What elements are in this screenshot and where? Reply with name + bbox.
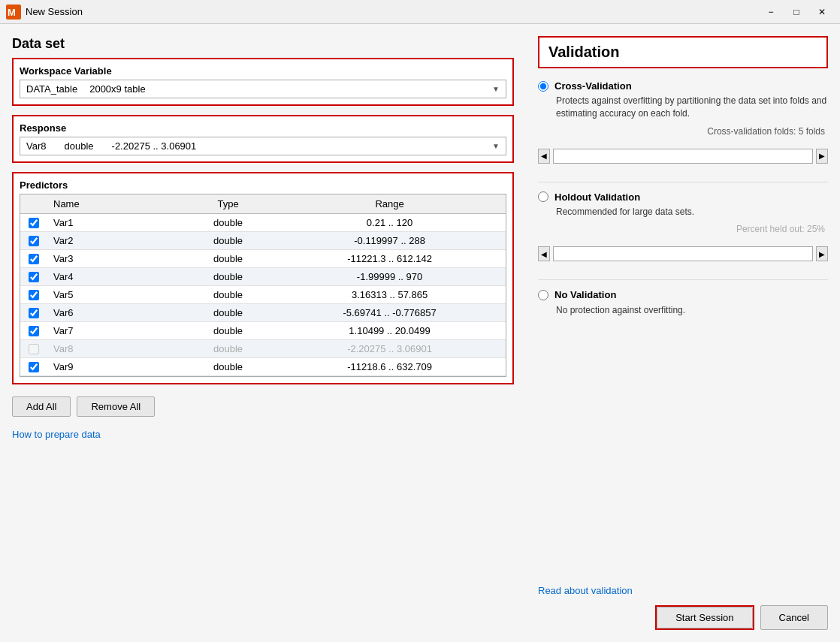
no-validation-desc: No protection against overfitting. [556,305,828,315]
predictor-checkbox[interactable] [29,344,39,354]
predictor-type: double [183,340,273,358]
holdout-slider-track[interactable] [553,246,813,261]
predictor-range: 0.21 .. 120 [273,214,506,232]
predictor-name: Var5 [47,286,183,304]
predictor-name: Var7 [47,322,183,340]
workspace-var-name: DATA_table [26,83,77,95]
response-var-name: Var8 [26,140,47,152]
predictor-range: -2.20275 .. 3.06901 [273,340,506,358]
predictor-name: Var3 [47,250,183,268]
prepare-data-link[interactable]: How to prepare data [12,429,514,440]
slider-right-arrow[interactable]: ▶ [816,149,828,164]
predictors-table-container: Name Type Range Var1double0.21 .. 120Var… [20,194,506,377]
validation-box: Validation [538,36,828,68]
close-button[interactable]: ✕ [810,3,834,21]
predictor-checkbox[interactable] [29,254,39,264]
start-session-wrapper: Start Session [655,605,754,630]
cross-validation-header: Cross-Validation [538,80,828,92]
predictor-checkbox-cell [20,268,47,286]
holdout-slider-left-arrow[interactable]: ◀ [538,246,550,261]
predictor-checkbox[interactable] [29,362,39,372]
window-title: New Session [26,6,759,17]
predictor-checkbox[interactable] [29,326,39,336]
holdout-validation-radio[interactable] [538,191,548,202]
table-row: Var4double-1.99999 .. 970 [20,268,506,286]
minimize-button[interactable]: − [759,3,783,21]
workspace-dropdown-arrow: ▼ [492,85,500,93]
predictor-checkbox-cell [20,340,47,358]
bottom-right: Read about validation Start Session Canc… [538,582,828,630]
predictor-range: -1.99999 .. 970 [273,268,506,286]
predictor-type: double [183,214,273,232]
action-buttons: Start Session Cancel [538,605,828,630]
predictor-name: Var2 [47,232,183,250]
no-validation-radio[interactable] [538,290,548,300]
dataset-section: Data set Workspace Variable DATA_table 2… [12,36,514,106]
validation-title: Validation [548,44,817,61]
cancel-button[interactable]: Cancel [760,605,828,630]
holdout-slider-right-arrow[interactable]: ▶ [816,246,828,261]
predictor-name: Var8 [47,340,183,358]
holdout-validation-header: Holdout Validation [538,191,828,203]
predictor-name: Var6 [47,304,183,322]
predictor-checkbox[interactable] [29,272,39,282]
predictor-range: 3.16313 .. 57.865 [273,286,506,304]
cross-validation-radio[interactable] [538,81,548,92]
predictors-box: Predictors Name Type Range Var1double0.2… [12,172,514,384]
response-var-range: -2.20275 .. 3.06901 [112,140,197,152]
predictor-checkbox-cell [20,214,47,232]
table-row: Var8double-2.20275 .. 3.06901 [20,340,506,358]
main-content: Data set Workspace Variable DATA_table 2… [0,24,840,642]
table-row: Var5double3.16313 .. 57.865 [20,286,506,304]
predictor-checkbox[interactable] [29,308,39,318]
predictor-range: -11221.3 .. 612.142 [273,250,506,268]
response-var-type: double [65,140,94,152]
table-row: Var6double-5.69741 .. -0.776857 [20,304,506,322]
right-panel: Validation Cross-Validation Protects aga… [526,24,840,642]
no-validation-label[interactable]: No Validation [554,289,616,300]
workspace-variable-box: Workspace Variable DATA_table 2000x9 tab… [12,58,514,106]
predictors-table: Name Type Range Var1double0.21 .. 120Var… [20,194,506,376]
slider-left-arrow[interactable]: ◀ [538,149,550,164]
table-row: Var7double1.10499 .. 20.0499 [20,322,506,340]
predictor-type: double [183,322,273,340]
maximize-button[interactable]: □ [784,3,808,21]
col-range: Range [273,194,506,214]
no-validation-header: No Validation [538,289,828,300]
holdout-validation-option: Holdout Validation Recommended for large… [538,182,828,262]
read-validation-link[interactable]: Read about validation [538,585,633,596]
predictor-checkbox[interactable] [29,290,39,300]
cross-validation-label[interactable]: Cross-Validation [554,80,632,92]
cross-validation-slider[interactable]: ◀ ▶ [538,149,828,164]
left-panel: Data set Workspace Variable DATA_table 2… [0,24,526,642]
predictor-checkbox-cell [20,322,47,340]
folds-label: Cross-validation folds: 5 folds [538,126,828,137]
response-label: Response [20,122,506,134]
slider-track[interactable] [553,149,813,164]
response-box: Response Var8 double -2.20275 .. 3.06901… [12,115,514,163]
predictor-checkbox-cell [20,232,47,250]
table-row: Var3double-11221.3 .. 612.142 [20,250,506,268]
validation-options: Cross-Validation Protects against overfi… [538,80,828,582]
predictor-type: double [183,304,273,322]
predictor-checkbox[interactable] [29,218,39,228]
response-dropdown[interactable]: Var8 double -2.20275 .. 3.06901 ▼ [20,137,506,155]
no-validation-option: No Validation No protection against over… [538,279,828,315]
predictor-name: Var9 [47,358,183,376]
window-controls: − □ ✕ [759,3,834,21]
workspace-label: Workspace Variable [20,65,506,77]
holdout-validation-label[interactable]: Holdout Validation [554,191,640,203]
holdout-slider[interactable]: ◀ ▶ [538,246,828,261]
svg-text:M: M [8,7,16,18]
add-all-button[interactable]: Add All [12,396,71,417]
table-row: Var1double0.21 .. 120 [20,214,506,232]
predictor-type: double [183,268,273,286]
predictor-checkbox[interactable] [29,236,39,246]
table-row: Var2double-0.119997 .. 288 [20,232,506,250]
workspace-dropdown[interactable]: DATA_table 2000x9 table ▼ [20,80,506,98]
col-checkbox [20,194,47,214]
predictors-label: Predictors [20,179,506,191]
remove-all-button[interactable]: Remove All [77,396,155,417]
start-session-button[interactable]: Start Session [657,607,752,628]
predictor-name: Var1 [47,214,183,232]
